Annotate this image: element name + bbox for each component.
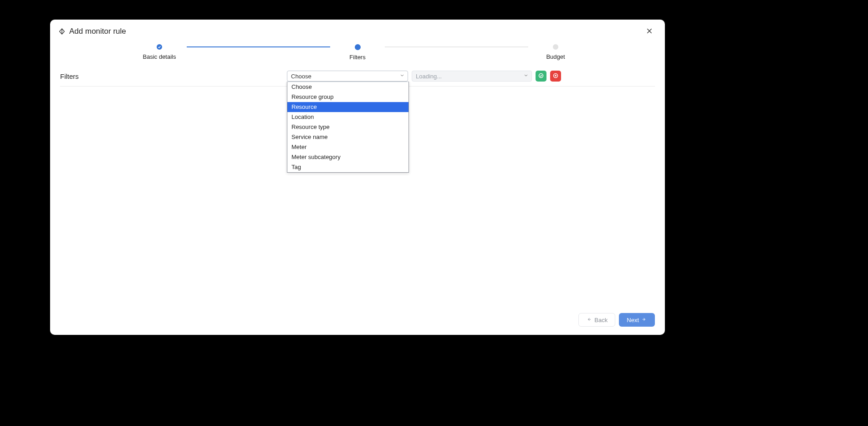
close-button[interactable] [644, 26, 655, 37]
step-label: Filters [349, 54, 365, 61]
confirm-filter-button[interactable] [536, 71, 546, 82]
check-circle-icon [538, 73, 544, 80]
filter-controls: Choose Loading... [287, 71, 655, 82]
modal-title-wrap: Add monitor rule [58, 27, 126, 36]
back-button[interactable]: Back [578, 313, 615, 327]
step-dot-current [355, 44, 361, 50]
modal-body: Filters Choose Loading... [50, 66, 665, 307]
dropdown-option[interactable]: Meter subcategory [287, 152, 408, 162]
modal-title: Add monitor rule [69, 27, 126, 36]
step-basic-details: Basic details [132, 44, 187, 60]
dropdown-option[interactable]: Location [287, 112, 408, 122]
filter-type-select-value: Choose [291, 73, 311, 80]
filter-value-select-placeholder: Loading... [416, 73, 442, 80]
chevron-down-icon [399, 73, 405, 80]
dropdown-option[interactable]: Resource group [287, 92, 408, 102]
step-label: Budget [546, 53, 565, 60]
filter-type-select[interactable]: Choose [287, 71, 408, 82]
step-dot-done [157, 44, 162, 50]
dropdown-option[interactable]: Tag [287, 162, 408, 172]
dropdown-option[interactable]: Meter [287, 142, 408, 152]
step-line [385, 46, 528, 47]
modal-header: Add monitor rule [50, 20, 665, 43]
step-line [187, 46, 330, 47]
arrow-right-icon [642, 317, 647, 323]
dropdown-option[interactable]: Resource [287, 102, 408, 112]
step-budget: Budget [528, 44, 583, 60]
filter-value-select[interactable]: Loading... [412, 71, 532, 82]
dropdown-option[interactable]: Resource type [287, 122, 408, 132]
next-label: Next [627, 317, 639, 323]
monitor-icon [58, 28, 66, 35]
x-circle-icon [553, 73, 558, 80]
next-button[interactable]: Next [619, 313, 655, 327]
dropdown-option[interactable]: Service name [287, 132, 408, 142]
filter-type-dropdown: Choose Resource group Resource Location … [287, 82, 409, 173]
arrow-left-icon [586, 317, 592, 323]
modal-footer: Back Next [50, 307, 665, 335]
step-dot-upcoming [553, 44, 558, 50]
back-label: Back [594, 317, 608, 323]
section-label: Filters [60, 72, 287, 80]
close-icon [646, 26, 653, 37]
step-label: Basic details [143, 53, 176, 60]
svg-point-0 [539, 73, 543, 77]
chevron-down-icon [523, 73, 529, 80]
filters-row: Filters Choose Loading... [60, 66, 655, 87]
wizard-stepper: Basic details Filters Budget [50, 43, 665, 66]
cancel-filter-button[interactable] [550, 71, 561, 82]
add-monitor-rule-modal: Add monitor rule Basic details Filters B… [50, 20, 665, 335]
step-filters: Filters [330, 44, 385, 61]
dropdown-option[interactable]: Choose [287, 82, 408, 92]
